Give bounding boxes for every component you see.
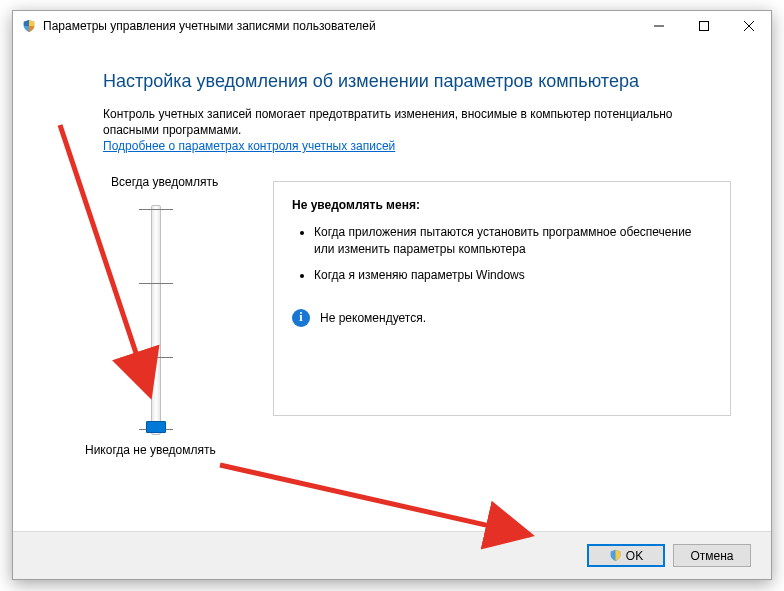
description-bullet: Когда приложения пытаются установить про…	[314, 224, 712, 256]
uac-settings-window: Параметры управления учетными записями п…	[12, 10, 772, 580]
page-heading: Настройка уведомления об изменении парам…	[103, 59, 731, 106]
titlebar[interactable]: Параметры управления учетными записями п…	[13, 11, 771, 41]
description-panel: Не уведомлять меня: Когда приложения пыт…	[273, 181, 731, 416]
content-area: Настройка уведомления об изменении парам…	[13, 41, 771, 457]
cancel-button[interactable]: Отмена	[673, 544, 751, 567]
maximize-button[interactable]	[681, 11, 726, 41]
ok-button[interactable]: OK	[587, 544, 665, 567]
learn-more-link[interactable]: Подробнее о параметрах контроля учетных …	[103, 139, 395, 153]
shield-icon	[609, 549, 622, 562]
close-button[interactable]	[726, 11, 771, 41]
slider-top-label: Всегда уведомлять	[111, 175, 253, 189]
cancel-button-label: Отмена	[690, 549, 733, 563]
intro-text: Контроль учетных записей помогает предот…	[103, 106, 731, 138]
footer: OK Отмена	[13, 531, 771, 579]
window-title: Параметры управления учетными записями п…	[43, 19, 376, 33]
ok-button-label: OK	[626, 549, 643, 563]
slider-bottom-label: Никогда не уведомлять	[85, 443, 253, 457]
info-icon: i	[292, 309, 310, 327]
svg-rect-1	[699, 22, 708, 31]
minimize-button[interactable]	[636, 11, 681, 41]
notification-slider[interactable]	[131, 205, 181, 435]
shield-icon	[21, 18, 37, 34]
description-bullet: Когда я изменяю параметры Windows	[314, 267, 712, 283]
slider-thumb[interactable]	[146, 421, 166, 433]
recommendation-text: Не рекомендуется.	[320, 311, 426, 325]
description-title: Не уведомлять меня:	[292, 198, 712, 212]
